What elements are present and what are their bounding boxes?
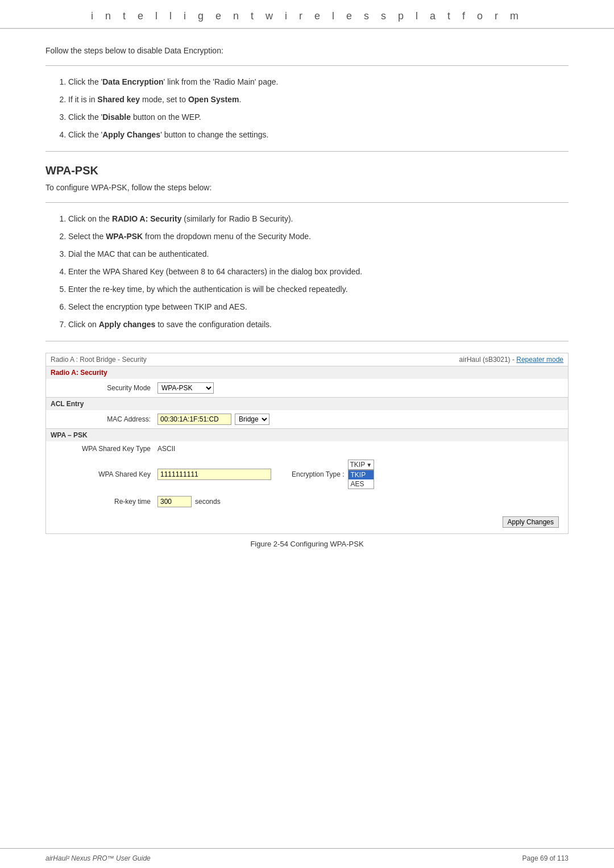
- wpa-shared-key-label: WPA Shared Key: [55, 470, 157, 478]
- security-mode-field: WPA-PSK Open System Shared Key WPA: [157, 382, 214, 394]
- footer-product-name: airHaul² Nexus PRO™ User Guide: [45, 854, 151, 862]
- header-title: i n t e l l i g e n t w i r e l e s s p …: [91, 10, 523, 22]
- dropdown-arrow-icon: ▼: [366, 462, 372, 468]
- wpa-key-type-row: WPA Shared Key Type ASCII: [46, 441, 568, 456]
- panel-device-name: airHaul (sB3021) -: [459, 356, 515, 364]
- radio-a-section-title: Radio A: Security: [46, 366, 568, 379]
- mac-address-field: Bridge Deny: [157, 414, 269, 425]
- page-footer: airHaul² Nexus PRO™ User Guide Page 69 o…: [0, 848, 614, 868]
- wpa-psk-steps-list: Click on the RADIO A: Security (similarl…: [68, 213, 569, 331]
- enc-option-tkip[interactable]: TKIP: [349, 470, 374, 479]
- wpa-shared-key-row: WPA Shared Key Encryption Type : TKIP ▼ …: [46, 456, 568, 493]
- main-content: Follow the steps below to disable Data E…: [0, 29, 614, 594]
- rekey-time-label: Re-key time: [55, 498, 157, 506]
- wpa-shared-key-input[interactable]: [157, 469, 271, 480]
- divider-2: [45, 151, 569, 152]
- encryption-type-select[interactable]: TKIP ▼: [348, 460, 375, 470]
- rekey-time-input[interactable]: [157, 496, 192, 507]
- wpa-psk-config-title: WPA – PSK: [46, 429, 568, 441]
- security-mode-label: Security Mode: [55, 384, 157, 392]
- list-item: Select the WPA-PSK from the dropdown men…: [68, 231, 569, 243]
- divider-1: [45, 65, 569, 66]
- disable-steps-list: Click the 'Data Encryption' link from th…: [68, 76, 569, 141]
- figure-caption: Figure 2-54 Configuring WPA-PSK: [45, 540, 569, 548]
- wpa-shared-key-field: Encryption Type : TKIP ▼ TKIP AES: [157, 460, 374, 489]
- mac-address-label: MAC Address:: [55, 415, 157, 423]
- encryption-dropdown-options: TKIP AES: [348, 470, 375, 489]
- divider-3: [45, 202, 569, 203]
- rekey-time-field: seconds: [157, 496, 221, 507]
- page-header: i n t e l l i g e n t w i r e l e s s p …: [0, 0, 614, 29]
- list-item: Enter the re-key time, by which the auth…: [68, 283, 569, 295]
- wpa-key-type-label: WPA Shared Key Type: [55, 445, 157, 453]
- list-item: Click the 'Data Encryption' link from th…: [68, 76, 569, 88]
- bridge-select[interactable]: Bridge Deny: [235, 414, 269, 425]
- intro-text: Follow the steps below to disable Data E…: [45, 46, 569, 55]
- wpa-key-type-value: ASCII: [157, 445, 175, 453]
- acl-entry-section: ACL Entry MAC Address: Bridge Deny: [46, 397, 568, 428]
- panel-header-left: Radio A : Root Bridge - Security: [51, 356, 147, 364]
- list-item: Select the encryption type between TKIP …: [68, 301, 569, 313]
- list-item: Click the 'Disable button on the WEP.: [68, 111, 569, 123]
- mac-address-row: MAC Address: Bridge Deny: [46, 410, 568, 428]
- ui-panel: Radio A : Root Bridge - Security airHaul…: [45, 353, 569, 534]
- wpa-key-type-text: ASCII: [157, 445, 175, 453]
- repeater-mode-link[interactable]: Repeater mode: [516, 356, 563, 364]
- list-item: Click the 'Apply Changes' button to chan…: [68, 129, 569, 141]
- divider-4: [45, 341, 569, 341]
- wpa-psk-config-section: WPA – PSK WPA Shared Key Type ASCII WPA …: [46, 428, 568, 533]
- wpa-psk-intro: To configure WPA-PSK, follow the steps b…: [45, 183, 569, 192]
- list-item: Click on the RADIO A: Security (similarl…: [68, 213, 569, 225]
- security-mode-select[interactable]: WPA-PSK Open System Shared Key WPA: [157, 382, 214, 394]
- panel-header-right: airHaul (sB3021) - Repeater mode: [459, 356, 563, 364]
- wpa-psk-section-title: WPA-PSK: [45, 164, 569, 177]
- footer-page-number: Page 69 of 113: [522, 854, 569, 862]
- encryption-type-label: Encryption Type :: [292, 470, 345, 478]
- rekey-time-row: Re-key time seconds: [46, 493, 568, 511]
- encryption-type-selected: TKIP: [350, 461, 366, 469]
- list-item: Enter the WPA Shared Key (between 8 to 6…: [68, 266, 569, 278]
- list-item: Click on Apply changes to save the confi…: [68, 319, 569, 331]
- panel-header-bar: Radio A : Root Bridge - Security airHaul…: [46, 353, 568, 366]
- list-item: Dial the MAC that can be authenticated.: [68, 248, 569, 260]
- acl-entry-title: ACL Entry: [46, 398, 568, 410]
- apply-changes-row: Apply Changes: [46, 511, 568, 533]
- list-item: If it is in Shared key mode, set to Open…: [68, 94, 569, 106]
- mac-address-input[interactable]: [157, 414, 231, 425]
- security-mode-row: Security Mode WPA-PSK Open System Shared…: [46, 379, 568, 397]
- radio-a-security-section: Radio A: Security Security Mode WPA-PSK …: [46, 366, 568, 397]
- apply-changes-button[interactable]: Apply Changes: [503, 516, 559, 528]
- rekey-time-suffix: seconds: [195, 498, 221, 506]
- encryption-type-wrapper: TKIP ▼ TKIP AES: [348, 460, 375, 489]
- enc-option-aes[interactable]: AES: [349, 479, 374, 489]
